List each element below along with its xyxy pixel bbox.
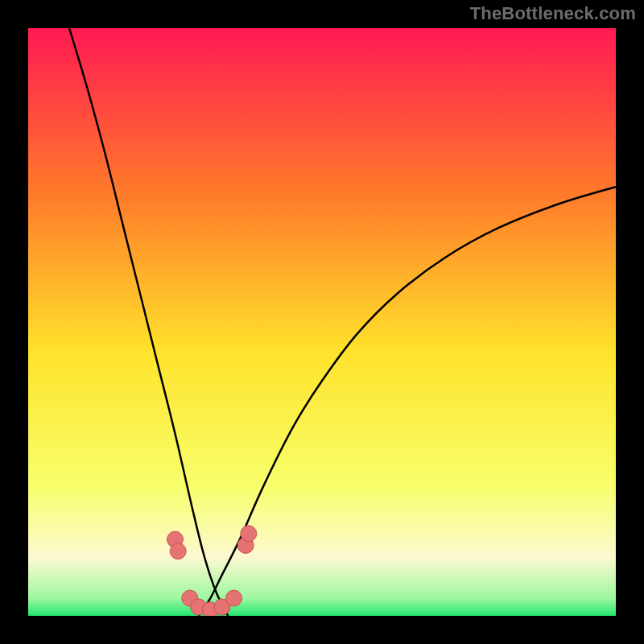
plot-area	[28, 28, 616, 616]
gradient-background	[28, 28, 616, 616]
valley-marker	[226, 590, 242, 606]
chart-frame: TheBottleneck.com	[0, 0, 644, 644]
valley-marker	[170, 543, 186, 559]
chart-svg	[28, 28, 616, 616]
valley-marker	[241, 526, 257, 542]
watermark-text: TheBottleneck.com	[470, 3, 636, 24]
